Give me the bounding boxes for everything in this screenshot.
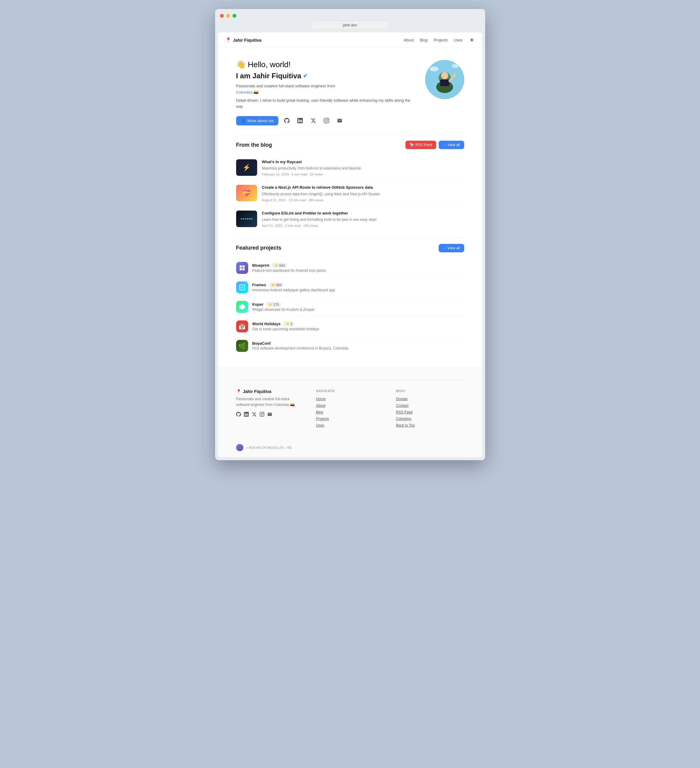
project-name-row-blueprint: Blueprint ⭐ 643 [252, 263, 464, 268]
browser-window: jahir.dev 📍 Jahir Fiquitiva About Blog P… [215, 9, 485, 460]
close-button[interactable] [220, 14, 224, 18]
blog-post-1[interactable]: 💝 Create a Next.js API Route to retrieve… [236, 181, 464, 206]
nav-link-projects[interactable]: Projects [434, 38, 448, 42]
nav-link-blog[interactable]: Blog [420, 38, 428, 42]
svg-rect-11 [239, 266, 242, 267]
instagram-link[interactable] [322, 116, 331, 125]
footer-twitter-link[interactable] [252, 412, 256, 418]
verified-icon: ✔ [303, 73, 308, 79]
blog-viewall-label: → View all [443, 143, 460, 147]
footer-misc-donate[interactable]: Donate [396, 397, 464, 401]
project-icon-worldholidays: 📅 [236, 320, 248, 333]
footer-nav-blog[interactable]: Blog [316, 410, 384, 414]
footer-instagram-link[interactable] [259, 412, 264, 418]
project-icon-blueprint [236, 262, 248, 274]
github-link[interactable] [282, 116, 292, 125]
project-desc-boyaconf: First software development conference in… [252, 346, 464, 350]
footer-brand-desc: Passionate and creative full-stack softw… [236, 396, 304, 408]
browser-content: 📍 Jahir Fiquitiva About Blog Projects Us… [218, 32, 482, 457]
blog-post-0[interactable]: ⚡ What's in my Raycast Maximize producti… [236, 155, 464, 181]
footer-grid: 📍 Jahir Fiquitiva Passionate and creativ… [236, 389, 464, 430]
svg-rect-14 [242, 268, 244, 270]
footer-nav-projects[interactable]: Projects [316, 417, 384, 421]
projects-section-title: Featured projects [236, 245, 282, 251]
pin-icon: 📍 [225, 37, 231, 43]
project-item-blueprint[interactable]: Blueprint ⭐ 643 Feature-rich dashboard f… [236, 258, 464, 278]
project-info-worldholidays: World Holidays ⭐ 3 Get to know upcoming … [252, 321, 464, 331]
svg-rect-13 [239, 268, 242, 270]
svg-point-10 [452, 64, 459, 68]
blog-view-all-button[interactable]: → View all [439, 141, 464, 149]
project-item-worldholidays[interactable]: 📅 World Holidays ⭐ 3 Get to know upcomin… [236, 317, 464, 336]
svg-point-3 [441, 72, 448, 79]
footer-github-link[interactable] [236, 412, 241, 418]
footer-nav-about[interactable]: About [316, 403, 384, 408]
avatar-illustration [425, 60, 464, 99]
project-icon-kuper [236, 301, 248, 313]
project-item-boyaconf[interactable]: 🌿 BoyaConf First software development co… [236, 336, 464, 355]
post-meta-2: April 21, 2023 · 2 min read · 195 views [262, 224, 464, 227]
project-name-row-boyaconf: BoyaConf [252, 341, 464, 346]
footer-nav-uses[interactable]: Uses [316, 423, 384, 427]
nav-link-uses[interactable]: Uses [454, 38, 463, 42]
footer-misc-title: MISC [396, 389, 464, 393]
footer-misc-backtotop[interactable]: Back to Top [396, 423, 464, 427]
post-title-2: Configure ESLint and Prettier to work to… [262, 211, 464, 216]
project-name-frames: Frames [252, 283, 266, 287]
music-album-art [236, 444, 243, 451]
project-name-boyaconf: BoyaConf [252, 341, 271, 346]
minimize-button[interactable] [226, 14, 230, 18]
more-about-label: More about me [248, 118, 274, 123]
hero-actions: 👤 More about me [236, 116, 416, 125]
more-about-button[interactable]: 👤 More about me [236, 116, 279, 125]
address-bar[interactable]: jahir.dev [311, 21, 389, 29]
post-excerpt-0: Maximize productivity, from built-ins to… [262, 166, 464, 171]
project-icon-frames [236, 282, 248, 293]
projects-view-all-button[interactable]: → View all [439, 244, 464, 252]
footer: 📍 Jahir Fiquitiva Passionate and creativ… [218, 368, 482, 457]
footer-brand-name-text: Jahir Fiquitiva [243, 389, 272, 394]
project-desc-kuper: Widget showcase for Kustom & Zooper [252, 307, 464, 312]
hero-desc-1: Passionate and creative full-stack softw… [236, 83, 416, 96]
country-flag: 🇨🇴 [253, 90, 258, 94]
post-title-0: What's in my Raycast [262, 159, 464, 165]
hero-desc-2: Detail-driven, I strive to build great-l… [236, 98, 416, 110]
footer-misc-rss[interactable]: RSS Feed [396, 410, 464, 414]
post-info-2: Configure ESLint and Prettier to work to… [262, 211, 464, 227]
footer-email-link[interactable] [268, 412, 272, 418]
footer-linkedin-link[interactable] [244, 412, 249, 418]
post-excerpt-1: Effortlessly access data from GraphQL us… [262, 191, 464, 197]
hero-name: I am Jahir Fiquitiva ✔ [236, 72, 416, 80]
project-stars-worldholidays: ⭐ 3 [283, 321, 295, 326]
footer-misc-colophon[interactable]: Colophon [396, 417, 464, 421]
footer-misc-contact[interactable]: Contact [396, 403, 464, 408]
project-desc-worldholidays: Get to know upcoming worldwide holidays [252, 327, 464, 331]
project-item-kuper[interactable]: Kuper ⭐ 175 Widget showcase for Kustom &… [236, 297, 464, 317]
email-link[interactable] [335, 116, 344, 125]
project-desc-frames: Immersive Android wallpaper gallery dash… [252, 288, 464, 292]
theme-toggle-button[interactable]: ✳ [469, 36, 475, 44]
nav-link-about[interactable]: About [404, 38, 414, 42]
svg-rect-12 [242, 266, 244, 267]
navigation: 📍 Jahir Fiquitiva About Blog Projects Us… [218, 32, 482, 48]
project-name-row-worldholidays: World Holidays ⭐ 3 [252, 321, 464, 326]
country-link[interactable]: Colombia [236, 90, 253, 94]
project-item-frames[interactable]: Frames ⭐ 584 Immersive Android wallpaper… [236, 278, 464, 297]
hero-left: 👋 Hello, world! I am Jahir Fiquitiva ✔ P… [236, 60, 416, 125]
post-info-0: What's in my Raycast Maximize productivi… [262, 159, 464, 176]
rss-feed-button[interactable]: 📡 RSS Feed [405, 141, 436, 149]
nav-links: About Blog Projects Uses ✳ [404, 36, 475, 44]
twitter-link[interactable] [308, 116, 318, 125]
blog-section: From the blog 📡 RSS Feed → View all ⚡ W [218, 135, 482, 238]
now-playing-text: ♪ NOCHE EN MEDELLÍN – RE [246, 446, 292, 450]
blog-section-title: From the blog [236, 142, 272, 148]
maximize-button[interactable] [232, 14, 236, 18]
post-info-1: Create a Next.js API Route to retrieve G… [262, 185, 464, 202]
nav-brand[interactable]: 📍 Jahir Fiquitiva [225, 37, 396, 43]
blog-post-2[interactable]: Configure ESLint and Prettier to work to… [236, 206, 464, 232]
post-excerpt-2: Learn how to get linting and formatting … [262, 217, 464, 222]
footer-nav-home[interactable]: Home [316, 397, 384, 401]
project-name-row-frames: Frames ⭐ 584 [252, 282, 464, 287]
person-icon: 👤 [241, 118, 246, 123]
linkedin-link[interactable] [295, 116, 305, 125]
